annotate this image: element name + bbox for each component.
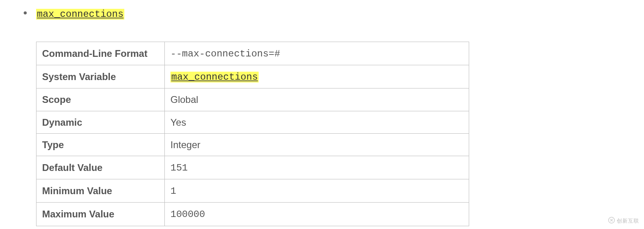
row-label: Minimum Value	[36, 179, 165, 203]
table-row: System Variable max_connections	[36, 65, 469, 88]
variable-title-link[interactable]: max_connections	[36, 9, 124, 20]
watermark-text: 创新互联	[617, 217, 639, 225]
row-value: 151	[165, 156, 469, 179]
row-label: System Variable	[36, 65, 165, 88]
row-value: Yes	[165, 111, 469, 133]
row-label: Default Value	[36, 156, 165, 179]
row-value: max_connections	[165, 65, 469, 88]
row-value: 100000	[165, 203, 469, 226]
row-label: Maximum Value	[36, 203, 165, 226]
value-text: --max-connections=#	[170, 48, 280, 59]
row-label: Scope	[36, 88, 165, 111]
watermark-logo-icon	[608, 217, 615, 225]
table-row: Dynamic Yes	[36, 111, 469, 133]
row-value: Global	[165, 88, 469, 111]
table-row: Default Value 151	[36, 156, 469, 179]
table-row: Command-Line Format --max-connections=#	[36, 42, 469, 65]
watermark: 创新互联	[608, 217, 639, 225]
table-row: Scope Global	[36, 88, 469, 111]
row-label: Command-Line Format	[36, 42, 165, 65]
row-value: --max-connections=#	[165, 42, 469, 65]
value-text: Integer	[170, 139, 200, 150]
value-text: 151	[170, 163, 188, 173]
table-row: Maximum Value 100000	[36, 203, 469, 226]
row-label: Type	[36, 133, 165, 156]
variable-info-table: Command-Line Format --max-connections=# …	[36, 42, 469, 226]
value-text: 100000	[170, 209, 205, 220]
row-value: Integer	[165, 133, 469, 156]
table-row: Minimum Value 1	[36, 179, 469, 203]
value-text: Global	[170, 94, 198, 105]
row-label: Dynamic	[36, 111, 165, 133]
system-variable-link[interactable]: max_connections	[170, 72, 259, 82]
value-text: 1	[170, 186, 176, 197]
row-value: 1	[165, 179, 469, 203]
value-text: Yes	[170, 117, 186, 128]
table-row: Type Integer	[36, 133, 469, 156]
variable-list-item: max_connections Command-Line Format --ma…	[16, 8, 628, 226]
